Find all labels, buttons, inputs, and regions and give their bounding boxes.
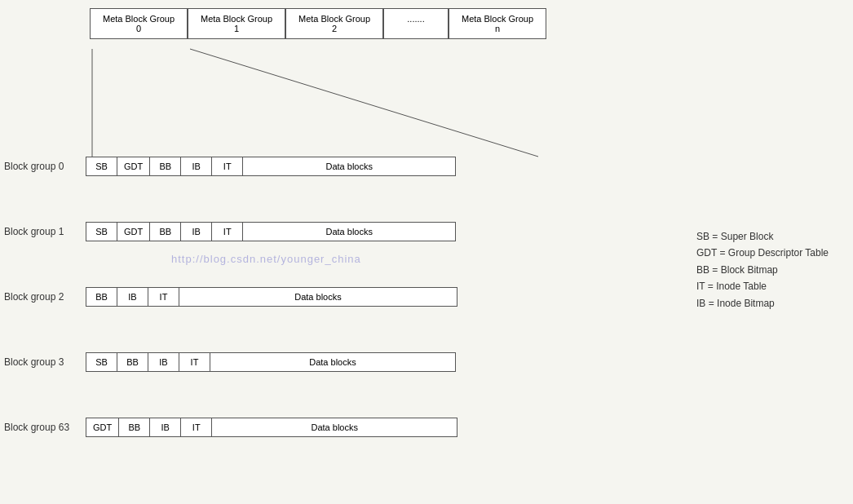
cell-data-blocks: Data blocks (243, 157, 455, 175)
legend-sb: SB = Super Block (696, 228, 829, 245)
cell-sb-1: SB (86, 223, 117, 241)
block-group-1-row: Block group 1 SB GDT BB IB IT Data block… (4, 222, 456, 241)
meta-row: Meta Block Group0 Meta Block Group1 Meta… (90, 8, 546, 39)
cell-it-1: IT (212, 223, 243, 241)
legend: SB = Super Block GDT = Group Descriptor … (696, 228, 829, 312)
cell-gdt-63: GDT (86, 418, 119, 436)
block-group-63-label: Block group 63 (4, 422, 86, 433)
legend-ib: IB = Inode Bitmap (696, 295, 829, 312)
block-group-2-label: Block group 2 (4, 291, 86, 303)
cell-sb: SB (86, 157, 117, 175)
block-group-1-cells: SB GDT BB IB IT Data blocks (86, 222, 456, 241)
legend-it: IT = Inode Table (696, 278, 829, 294)
cell-data-blocks-1: Data blocks (243, 223, 455, 241)
block-group-0-cells: SB GDT BB IB IT Data blocks (86, 157, 456, 176)
block-group-3-cells: SB BB IB IT Data blocks (86, 352, 456, 372)
svg-line-1 (190, 49, 538, 157)
meta-block-group-n: Meta Block Groupn (449, 8, 546, 39)
cell-ib-3: IB (148, 353, 179, 371)
meta-block-group-dots: ....... (383, 8, 449, 39)
block-group-63-cells: GDT BB IB IT Data blocks (86, 418, 457, 437)
meta-block-group-1: Meta Block Group1 (188, 8, 285, 39)
block-group-0-label: Block group 0 (4, 161, 86, 172)
cell-it-63: IT (181, 418, 212, 436)
cell-data-blocks-63: Data blocks (212, 418, 457, 436)
cell-data-blocks-2: Data blocks (179, 288, 457, 306)
cell-it-2: IT (148, 288, 179, 306)
cell-ib-2: IB (117, 288, 148, 306)
cell-ib-1: IB (181, 223, 212, 241)
legend-bb: BB = Block Bitmap (696, 262, 829, 278)
cell-gdt-1: GDT (117, 223, 150, 241)
cell-bb-63: BB (119, 418, 150, 436)
cell-bb-1: BB (150, 223, 181, 241)
cell-sb-3: SB (86, 353, 117, 371)
cell-gdt: GDT (117, 157, 150, 175)
block-group-3-row: Block group 3 SB BB IB IT Data blocks (4, 352, 456, 372)
cell-it-3: IT (179, 353, 210, 371)
block-group-2-cells: BB IB IT Data blocks (86, 287, 457, 307)
block-group-2-row: Block group 2 BB IB IT Data blocks (4, 287, 457, 307)
meta-block-group-2: Meta Block Group2 (285, 8, 383, 39)
watermark: http://blog.csdn.net/younger_china (171, 253, 361, 265)
cell-bb: BB (150, 157, 181, 175)
cell-bb-2: BB (86, 288, 117, 306)
cell-bb-3: BB (117, 353, 148, 371)
meta-block-group-0: Meta Block Group0 (90, 8, 188, 39)
block-group-3-label: Block group 3 (4, 356, 86, 368)
diagram-container: Meta Block Group0 Meta Block Group1 Meta… (0, 0, 853, 504)
block-group-1-label: Block group 1 (4, 226, 86, 237)
block-group-63-row: Block group 63 GDT BB IB IT Data blocks (4, 418, 457, 437)
cell-ib: IB (181, 157, 212, 175)
cell-data-blocks-3: Data blocks (210, 353, 455, 371)
block-group-0-row: Block group 0 SB GDT BB IB IT Data block… (4, 157, 456, 176)
cell-ib-63: IB (150, 418, 181, 436)
legend-gdt: GDT = Group Descriptor Table (696, 245, 829, 261)
cell-it: IT (212, 157, 243, 175)
